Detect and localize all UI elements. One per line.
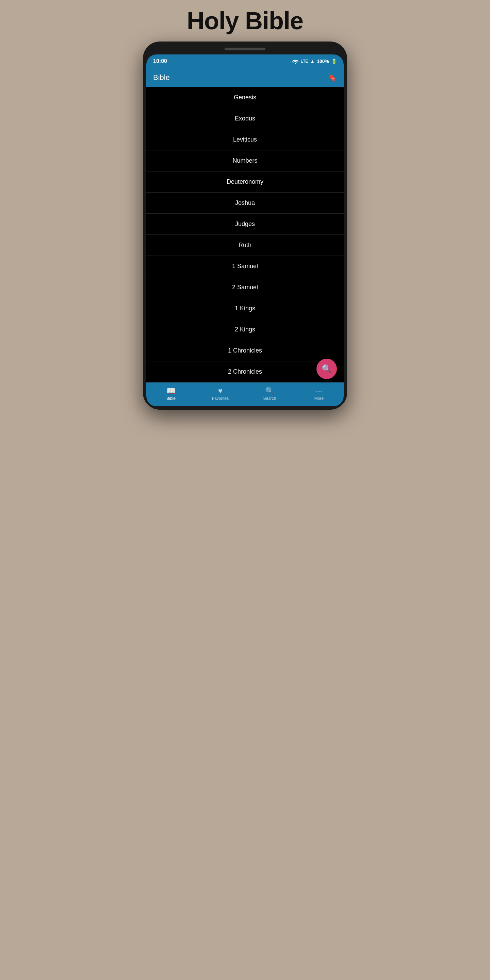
status-icons: LTE ▲ 100% 🔋 [292, 59, 337, 64]
fab-search-icon: 🔍 [321, 364, 332, 374]
book-name: 1 Chronicles [228, 347, 262, 354]
nav-icon-more: ··· [316, 387, 322, 395]
lte-indicator: LTE [301, 59, 308, 64]
nav-item-favorites[interactable]: ♥Favorites [196, 387, 245, 401]
book-name: Leviticus [233, 136, 257, 143]
book-list-item[interactable]: Judges [146, 214, 344, 235]
book-list: GenesisExodusLeviticusNumbersDeuteronomy… [146, 87, 344, 382]
bottom-nav: 📖Bible♥Favorites🔍Search···More [146, 382, 344, 406]
nav-icon-favorites: ♥ [218, 387, 223, 395]
book-name: 2 Samuel [232, 284, 258, 291]
book-name: Joshua [235, 199, 255, 207]
battery-percent: 100% [317, 59, 329, 64]
svg-point-0 [295, 63, 296, 64]
battery-icon: 🔋 [331, 59, 337, 64]
status-bar: 10:00 LTE ▲ 100% 🔋 [146, 54, 344, 68]
book-list-item[interactable]: 1 Chronicles [146, 340, 344, 361]
phone-notch [224, 48, 266, 50]
book-list-item[interactable]: Genesis [146, 87, 344, 108]
book-list-item[interactable]: Leviticus [146, 129, 344, 150]
phone-device: 10:00 LTE ▲ 100% 🔋 Bible 🔖 GenesisExodus… [143, 41, 347, 410]
book-name: 1 Kings [235, 305, 255, 312]
book-list-item[interactable]: 2 Chronicles [146, 361, 344, 382]
book-list-item[interactable]: Exodus [146, 108, 344, 129]
nav-label-search: Search [263, 396, 276, 401]
nav-item-more[interactable]: ···More [294, 387, 344, 401]
book-list-item[interactable]: 1 Kings [146, 298, 344, 319]
book-name: Genesis [234, 94, 256, 101]
nav-icon-bible: 📖 [166, 387, 176, 395]
nav-item-search[interactable]: 🔍Search [245, 387, 294, 401]
book-list-item[interactable]: Numbers [146, 150, 344, 172]
phone-screen: 10:00 LTE ▲ 100% 🔋 Bible 🔖 GenesisExodus… [146, 54, 344, 406]
book-list-item[interactable]: 1 Samuel [146, 256, 344, 277]
book-name: Deuteronomy [227, 178, 263, 185]
nav-label-bible: Bible [166, 396, 176, 401]
nav-icon-search: 🔍 [265, 387, 274, 395]
app-bar-title: Bible [153, 73, 170, 82]
book-name: 2 Chronicles [228, 368, 262, 375]
book-name: 1 Samuel [232, 263, 258, 270]
book-list-item[interactable]: 2 Kings [146, 319, 344, 340]
book-list-item[interactable]: Deuteronomy [146, 172, 344, 192]
nav-item-bible[interactable]: 📖Bible [146, 387, 196, 401]
book-name: Judges [235, 221, 255, 228]
book-name: Numbers [232, 157, 257, 164]
book-list-item[interactable]: 2 Samuel [146, 277, 344, 298]
nav-label-favorites: Favorites [212, 396, 229, 401]
page-title: Holy Bible [187, 7, 303, 35]
book-name: 2 Kings [235, 326, 255, 333]
nav-label-more: More [314, 396, 324, 401]
book-name: Ruth [239, 242, 251, 249]
status-time: 10:00 [153, 58, 167, 64]
bookmark-icon[interactable]: 🔖 [328, 73, 337, 82]
book-name: Exodus [235, 115, 255, 122]
book-list-item[interactable]: Ruth [146, 235, 344, 256]
search-fab[interactable]: 🔍 [317, 359, 337, 379]
wifi-icon [292, 59, 299, 64]
app-bar: Bible 🔖 [146, 68, 344, 87]
book-list-item[interactable]: Joshua [146, 192, 344, 214]
signal-icon: ▲ [310, 59, 315, 64]
